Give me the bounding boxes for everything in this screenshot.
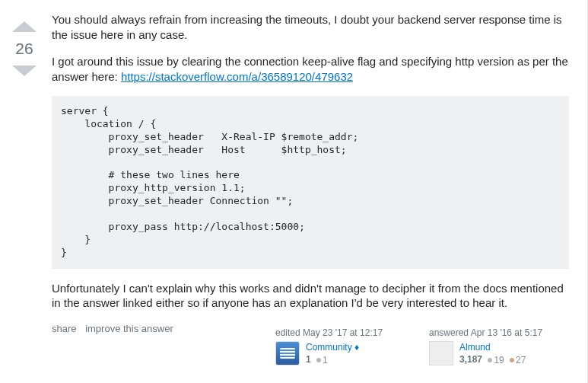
vote-score: 26 <box>15 34 33 64</box>
bronze-badge-count: 27 <box>510 354 526 367</box>
editor-card: edited May 23 '17 at 12:17 Community ♦ 1… <box>271 323 415 372</box>
reference-link[interactable]: https://stackoverflow.com/a/36589120/479… <box>121 70 353 83</box>
user-details: Almund 3,187 19 27 <box>459 341 526 367</box>
paragraph: I got around this issue by clearing the … <box>52 54 569 84</box>
user-details: Community ♦ 1 1 <box>306 341 359 367</box>
silver-badge-count: 1 <box>316 354 328 367</box>
silver-badge-icon <box>316 358 321 362</box>
menu-links: share improve this answer <box>52 323 180 334</box>
reputation: 3,187 <box>459 354 482 365</box>
paragraph: You should always refrain from increasin… <box>52 12 569 42</box>
code-block: server { location / { proxy_set_header X… <box>52 96 569 269</box>
silver-badge-count: 19 <box>488 354 504 367</box>
edit-time[interactable]: edited May 23 '17 at 12:17 <box>275 327 411 338</box>
answer: 26 You should always refrain from increa… <box>0 0 588 383</box>
author-card: answered Apr 13 '16 at 5:17 Almund 3,187… <box>424 323 569 372</box>
bronze-badge-icon <box>510 358 514 362</box>
answer-time: answered Apr 13 '16 at 5:17 <box>429 327 564 338</box>
upvote-button[interactable] <box>11 18 38 34</box>
user-name-link[interactable]: Community <box>306 342 352 353</box>
silver-badge-icon <box>488 358 492 362</box>
vote-column: 26 <box>6 12 43 383</box>
avatar[interactable] <box>429 341 453 365</box>
user-name-link[interactable]: Almund <box>459 342 491 353</box>
post-menu: share improve this answer edited May 23 … <box>52 323 569 372</box>
user-cards: edited May 23 '17 at 12:17 Community ♦ 1… <box>271 323 569 372</box>
improve-answer-link[interactable]: improve this answer <box>85 323 173 334</box>
downvote-button[interactable] <box>11 64 38 79</box>
reputation: 1 <box>306 354 311 365</box>
answer-body: You should always refrain from increasin… <box>43 12 569 383</box>
avatar[interactable] <box>275 341 300 365</box>
moderator-diamond-icon: ♦ <box>354 342 359 353</box>
paragraph: Unfortunately I can't explain why this w… <box>52 281 569 311</box>
share-link[interactable]: share <box>52 323 77 334</box>
